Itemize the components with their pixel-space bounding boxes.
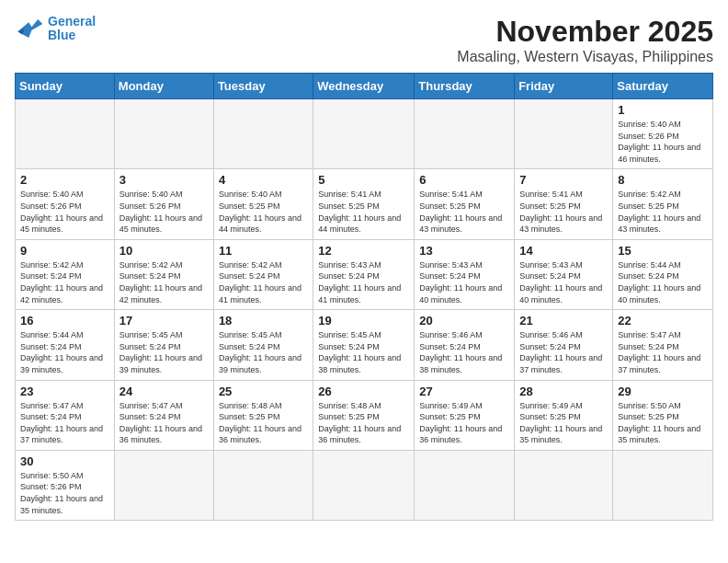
empty-cell [114, 450, 213, 520]
day-25: 25 Sunrise: 5:48 AMSunset: 5:25 PMDaylig… [213, 380, 313, 450]
day-3: 3 Sunrise: 5:40 AMSunset: 5:26 PMDayligh… [114, 169, 213, 239]
month-title: November 2025 [457, 15, 713, 49]
empty-cell [515, 450, 613, 520]
col-thursday: Thursday [415, 74, 515, 99]
logo-icon [15, 16, 44, 41]
day-11: 11 Sunrise: 5:42 AMSunset: 5:24 PMDaylig… [213, 239, 313, 309]
day-24: 24 Sunrise: 5:47 AMSunset: 5:24 PMDaylig… [114, 380, 213, 450]
logo: General Blue [15, 15, 96, 43]
day-16: 16 Sunrise: 5:44 AMSunset: 5:24 PMDaylig… [16, 310, 115, 380]
day-18: 18 Sunrise: 5:45 AMSunset: 5:24 PMDaylig… [213, 310, 313, 380]
location-title: Masaling, Western Visayas, Philippines [457, 49, 713, 65]
col-friday: Friday [515, 74, 613, 99]
day-15: 15 Sunrise: 5:44 AMSunset: 5:24 PMDaylig… [613, 239, 713, 309]
calendar-table: Sunday Monday Tuesday Wednesday Thursday… [15, 73, 713, 521]
day-19: 19 Sunrise: 5:45 AMSunset: 5:24 PMDaylig… [313, 310, 415, 380]
logo-text: General Blue [48, 15, 96, 43]
day-21: 21 Sunrise: 5:46 AMSunset: 5:24 PMDaylig… [515, 310, 613, 380]
calendar-row-1: 1 Sunrise: 5:40 AMSunset: 5:26 PMDayligh… [16, 99, 713, 169]
day-14: 14 Sunrise: 5:43 AMSunset: 5:24 PMDaylig… [515, 239, 613, 309]
day-9: 9 Sunrise: 5:42 AMSunset: 5:24 PMDayligh… [16, 239, 115, 309]
day-23: 23 Sunrise: 5:47 AMSunset: 5:24 PMDaylig… [16, 380, 115, 450]
day-1: 1 Sunrise: 5:40 AMSunset: 5:26 PMDayligh… [613, 99, 713, 169]
empty-cell [613, 450, 713, 520]
day-29: 29 Sunrise: 5:50 AMSunset: 5:25 PMDaylig… [613, 380, 713, 450]
empty-cell [415, 450, 515, 520]
empty-cell [313, 99, 415, 169]
empty-cell [515, 99, 613, 169]
day-10: 10 Sunrise: 5:42 AMSunset: 5:24 PMDaylig… [114, 239, 213, 309]
col-sunday: Sunday [16, 74, 115, 99]
day-2: 2 Sunrise: 5:40 AMSunset: 5:26 PMDayligh… [16, 169, 115, 239]
calendar-row-4: 16 Sunrise: 5:44 AMSunset: 5:24 PMDaylig… [16, 310, 713, 380]
day-30: 30 Sunrise: 5:50 AMSunset: 5:26 PMDaylig… [16, 450, 115, 520]
empty-cell [16, 99, 115, 169]
calendar-row-6: 30 Sunrise: 5:50 AMSunset: 5:26 PMDaylig… [16, 450, 713, 520]
day-26: 26 Sunrise: 5:48 AMSunset: 5:25 PMDaylig… [313, 380, 415, 450]
col-monday: Monday [114, 74, 213, 99]
empty-cell [213, 450, 313, 520]
day-4: 4 Sunrise: 5:40 AMSunset: 5:25 PMDayligh… [213, 169, 313, 239]
day-8: 8 Sunrise: 5:42 AMSunset: 5:25 PMDayligh… [613, 169, 713, 239]
col-wednesday: Wednesday [313, 74, 415, 99]
col-saturday: Saturday [613, 74, 713, 99]
empty-cell [114, 99, 213, 169]
day-22: 22 Sunrise: 5:47 AMSunset: 5:24 PMDaylig… [613, 310, 713, 380]
col-tuesday: Tuesday [213, 74, 313, 99]
day-13: 13 Sunrise: 5:43 AMSunset: 5:24 PMDaylig… [415, 239, 515, 309]
day-12: 12 Sunrise: 5:43 AMSunset: 5:24 PMDaylig… [313, 239, 415, 309]
empty-cell [415, 99, 515, 169]
day-5: 5 Sunrise: 5:41 AMSunset: 5:25 PMDayligh… [313, 169, 415, 239]
title-area: November 2025 Masaling, Western Visayas,… [457, 15, 713, 65]
day-6: 6 Sunrise: 5:41 AMSunset: 5:25 PMDayligh… [415, 169, 515, 239]
day-20: 20 Sunrise: 5:46 AMSunset: 5:24 PMDaylig… [415, 310, 515, 380]
calendar-header-row: Sunday Monday Tuesday Wednesday Thursday… [16, 74, 713, 99]
day-7: 7 Sunrise: 5:41 AMSunset: 5:25 PMDayligh… [515, 169, 613, 239]
svg-marker-0 [17, 19, 42, 38]
calendar-row-2: 2 Sunrise: 5:40 AMSunset: 5:26 PMDayligh… [16, 169, 713, 239]
calendar-row-5: 23 Sunrise: 5:47 AMSunset: 5:24 PMDaylig… [16, 380, 713, 450]
empty-cell [213, 99, 313, 169]
day-27: 27 Sunrise: 5:49 AMSunset: 5:25 PMDaylig… [415, 380, 515, 450]
empty-cell [313, 450, 415, 520]
calendar-row-3: 9 Sunrise: 5:42 AMSunset: 5:24 PMDayligh… [16, 239, 713, 309]
day-17: 17 Sunrise: 5:45 AMSunset: 5:24 PMDaylig… [114, 310, 213, 380]
page-header: General Blue November 2025 Masaling, Wes… [15, 15, 713, 65]
day-28: 28 Sunrise: 5:49 AMSunset: 5:25 PMDaylig… [515, 380, 613, 450]
